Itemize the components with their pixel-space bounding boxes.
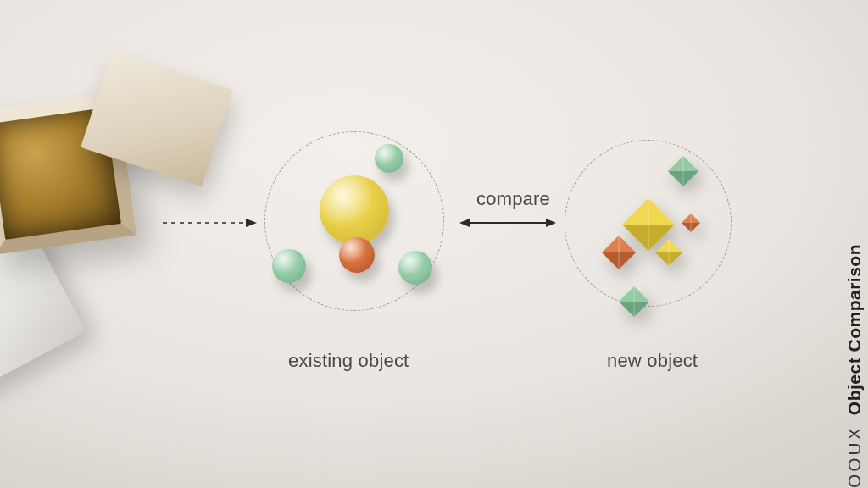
- gem-orange-tiny: [682, 214, 700, 232]
- sphere-orange-small: [339, 237, 375, 273]
- sphere-green-3: [398, 251, 432, 285]
- box-lid-white: [0, 230, 86, 401]
- compare-label: compare: [476, 188, 550, 210]
- new-object-label: new object: [607, 350, 698, 372]
- open-box-group: [0, 68, 186, 288]
- sphere-green-1: [272, 249, 306, 283]
- title-prefix: OOUX: [844, 425, 864, 488]
- gem-green-top: [668, 156, 698, 186]
- sphere-green-2: [375, 144, 403, 173]
- existing-object-label: existing object: [288, 350, 409, 372]
- svg-marker-1: [246, 219, 257, 227]
- gem-green-bottom: [619, 286, 649, 317]
- page-title-vertical: OOUXObject Comparison: [844, 244, 865, 488]
- sphere-yellow-large: [320, 175, 389, 245]
- svg-marker-4: [546, 219, 556, 227]
- diagram-canvas: compare existing object new object OOUXO…: [0, 0, 868, 488]
- svg-marker-3: [459, 219, 470, 227]
- arrow-compare-icon: [458, 217, 558, 229]
- title-main: Object Comparison: [844, 244, 864, 415]
- gem-orange-medium: [602, 236, 636, 269]
- gem-yellow-small: [655, 239, 682, 266]
